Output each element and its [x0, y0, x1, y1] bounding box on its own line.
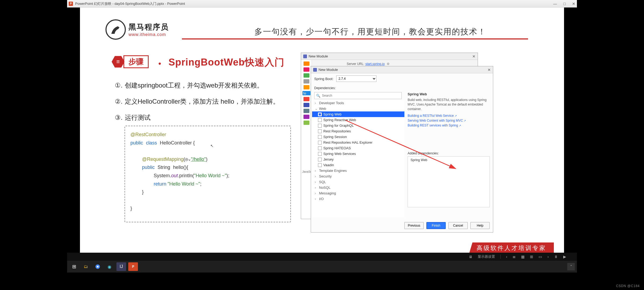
spring-boot-select[interactable]: 2.7.4: [336, 75, 376, 82]
dep-spring-web-services[interactable]: Spring Web Services: [312, 151, 404, 157]
header-underline: [182, 38, 528, 39]
gear-icon[interactable]: ⚙: [387, 62, 390, 66]
badge-hex-icon: ≡: [112, 55, 125, 68]
viewer-zoom-icon[interactable]: ⊞: [530, 255, 533, 259]
powerpoint-icon: P: [69, 2, 73, 6]
step-text-2: 定义HelloController类，添加方法 hello，并添加注解。: [125, 93, 279, 110]
dep-hal-explorer[interactable]: Rest Repositories HAL Explorer: [312, 140, 404, 145]
side-m-icon[interactable]: [303, 67, 309, 72]
windows-taskbar[interactable]: ⊞ 🗂 ◉ IJ P ˄: [67, 261, 577, 273]
side-ko-icon[interactable]: [303, 115, 309, 119]
server-url-link[interactable]: start.spring.io: [365, 62, 385, 66]
dependency-search[interactable]: 🔍: [314, 92, 402, 99]
close-button[interactable]: ✕: [572, 2, 575, 6]
maximize-button[interactable]: □: [564, 2, 566, 6]
dependency-details: Spring Web Build web, including RESTful,…: [408, 92, 490, 217]
intellij-icon[interactable]: IJ: [116, 262, 126, 271]
cat-messaging[interactable]: Messaging: [312, 190, 404, 196]
dep-spring-reactive-web[interactable]: Spring Reactive Web: [312, 117, 404, 123]
explorer-icon[interactable]: 🗂: [81, 262, 91, 271]
badge-text: 步骤: [123, 55, 149, 68]
search-input[interactable]: [322, 94, 400, 97]
dialog-close-icon[interactable]: ✕: [472, 54, 475, 59]
dep-description: Build web, including RESTful, applicatio…: [408, 98, 490, 111]
viewer-prev-icon[interactable]: ‹: [506, 255, 507, 259]
obs-icon[interactable]: ◉: [105, 262, 114, 271]
help-button[interactable]: Help: [470, 222, 490, 229]
side-java-icon[interactable]: [303, 61, 309, 66]
cat-security[interactable]: Security: [312, 173, 404, 179]
code-sample: @RestController public class HelloContro…: [125, 126, 291, 222]
dep-jersey[interactable]: Jersey: [312, 157, 404, 162]
module-type-sidebar[interactable]: Sp: [301, 60, 312, 219]
dialog-icon: [303, 55, 307, 58]
tagline: 多一句没有，少一句不行，用更短时间，教会更实用的技术！: [254, 26, 486, 37]
step-text-1: 创建springboot工程，并勾选web开发相关依赖。: [125, 77, 263, 93]
cat-web[interactable]: Web: [312, 106, 404, 111]
dep-link-3[interactable]: Building REST services with Spring: [408, 124, 490, 127]
cat-nosql[interactable]: NoSQL: [312, 185, 404, 190]
added-deps-label: Added dependencies:: [408, 151, 490, 155]
dependencies-label: Dependencies:: [314, 86, 336, 90]
viewer-pause-icon[interactable]: ⏸: [554, 255, 558, 259]
dialog2-titlebar[interactable]: New Module ✕: [311, 66, 493, 73]
powerpoint-task-icon[interactable]: P: [128, 262, 138, 271]
dep-link-1[interactable]: Building a RESTful Web Service: [408, 114, 490, 118]
minimize-button[interactable]: —: [553, 2, 557, 6]
dialog2-title: New Module: [319, 68, 338, 72]
finish-button[interactable]: Finish: [426, 222, 446, 229]
dep-spring-session[interactable]: Spring Session: [312, 134, 404, 140]
logo: 黑马程序员 www.itheima.com: [105, 19, 169, 40]
cat-developer-tools[interactable]: Developer Tools: [312, 100, 404, 106]
dep-spring-graphql[interactable]: Spring for GraphQL: [312, 123, 404, 128]
svg-point-2: [97, 266, 99, 268]
steps-list: ①. 创建springboot工程，并勾选web开发相关依赖。 ②. 定义Hel…: [115, 77, 279, 126]
cat-sql[interactable]: SQL: [312, 179, 404, 185]
viewer-reader-icon[interactable]: ▭: [539, 255, 542, 259]
server-url-row: Server URL: start.spring.io ⚙: [347, 62, 390, 66]
step-text-3: 运行测试: [125, 110, 151, 126]
side-inf-icon[interactable]: [303, 79, 309, 84]
powerpoint-titlebar: P PowerPoint 幻灯片放映 - day04-SpringBootWeb…: [67, 0, 577, 8]
footer-ribbon: 高级软件人才培训专家: [469, 242, 554, 254]
display-settings-label[interactable]: 显示器设置: [478, 254, 495, 259]
viewer-control-strip: 🖥 显示器设置 ‹ ≣ ▦ ⊞ ▭ › ⏸ ▶: [67, 253, 577, 261]
logo-text-main: 黑马程序员: [129, 22, 169, 32]
cat-template-engines[interactable]: Template Engines: [312, 168, 404, 173]
start-button[interactable]: ⊞: [69, 262, 79, 271]
taskbar-chevron-up-icon[interactable]: ˄: [567, 263, 575, 270]
side-spring-icon[interactable]: Sp: [302, 91, 310, 95]
search-icon: 🔍: [316, 94, 320, 98]
dep-spring-hateoas[interactable]: Spring HATEOAS: [312, 145, 404, 151]
section-title: SpringBootWeb快速入门: [169, 56, 284, 69]
new-module-dialog-front: New Module ✕ Spring Boot: 2.7.4 Dependen…: [311, 66, 493, 233]
dep-rest-repositories[interactable]: Rest Repositories: [312, 128, 404, 134]
display-settings-icon[interactable]: 🖥: [469, 255, 472, 259]
side-mi-icon[interactable]: [303, 103, 309, 107]
dep-vaadin[interactable]: Vaadin: [312, 162, 404, 168]
dialog-titlebar[interactable]: New Module ✕: [301, 53, 478, 60]
previous-button[interactable]: Previous: [404, 222, 424, 229]
side-gr2-icon[interactable]: [303, 121, 309, 125]
cancel-button[interactable]: Cancel: [448, 222, 468, 229]
side-gr-icon[interactable]: [303, 73, 309, 78]
slide: 黑马程序员 www.itheima.com 多一句没有，少一句不行，用更短时间，…: [80, 8, 564, 256]
side-jav-icon[interactable]: [303, 85, 309, 89]
viewer-play-icon[interactable]: ▶: [563, 255, 566, 259]
added-deps-box: Spring Web: [408, 156, 490, 207]
cat-io[interactable]: I/O: [312, 196, 404, 202]
dependency-tree[interactable]: Developer Tools Web Spring Web Spring Re…: [312, 100, 404, 217]
dep-spring-web[interactable]: Spring Web: [312, 111, 404, 117]
dialog2-close-icon[interactable]: ✕: [488, 68, 491, 72]
side-qu-icon[interactable]: [303, 97, 309, 101]
viewer-grid-icon[interactable]: ▦: [521, 255, 525, 259]
sidebar-javascript-label: JavaSc: [302, 170, 312, 173]
step-badge: ≡ 步骤: [112, 54, 149, 69]
viewer-list-icon[interactable]: ≣: [513, 255, 516, 259]
added-dep-item: Spring Web: [411, 158, 427, 162]
side-m2-icon[interactable]: [303, 109, 309, 113]
watermark: CSDN @C184: [616, 284, 640, 288]
dep-link-2[interactable]: Serving Web Content with Spring MVC: [408, 119, 490, 122]
chrome-icon[interactable]: [93, 262, 103, 271]
viewer-next-icon[interactable]: ›: [547, 255, 549, 259]
